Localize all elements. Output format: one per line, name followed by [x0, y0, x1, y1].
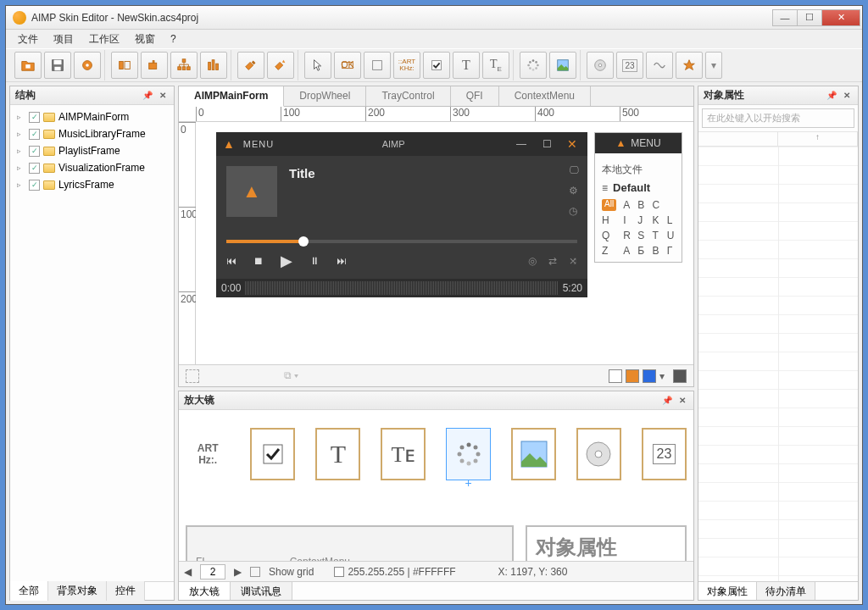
settings-button[interactable] — [74, 52, 101, 79]
close-panel-icon[interactable]: ✕ — [841, 90, 853, 102]
hierarchy-button[interactable] — [170, 52, 198, 79]
tab-dropwheel[interactable]: DropWheel — [284, 86, 366, 106]
tab-all[interactable]: 全部 — [10, 581, 48, 601]
ok-tool[interactable]: OK — [334, 52, 361, 79]
magnifier-body: ARTHz:. T Tᴇ + 23 FIContextMenu — [179, 410, 693, 561]
alpha-grid: AllABC HIJKL QRSTU ZАБВГ — [602, 199, 675, 257]
nav-next-icon[interactable]: ▶ — [234, 566, 242, 578]
tree-item[interactable]: ▹✓VisualizationFrame — [14, 159, 170, 176]
svg-rect-19 — [373, 61, 382, 70]
tree-item[interactable]: ▹✓PlaylistFrame — [14, 142, 170, 159]
structure-header: 结构 📌 ✕ — [10, 86, 174, 105]
loading-tool[interactable] — [520, 52, 547, 79]
swatch-blue[interactable] — [643, 369, 656, 383]
minimize-button[interactable]: — — [772, 9, 798, 26]
autobuild-button[interactable] — [267, 52, 294, 79]
pin-icon[interactable]: 📌 — [661, 395, 673, 407]
svg-point-39 — [457, 452, 461, 457]
properties-panel: 对象属性 📌 ✕ 在此处键入以开始搜索 ↑ 对象属性 待办清单 — [698, 86, 859, 601]
disc-tool[interactable] — [587, 52, 614, 79]
menu-window[interactable]: 视窗 — [128, 30, 162, 48]
tab-todo[interactable]: 待办清单 — [757, 582, 815, 600]
mag-arthz: ARTHz:. — [186, 428, 230, 480]
svg-point-33 — [466, 443, 470, 447]
save-button[interactable] — [44, 52, 71, 79]
tab-bgobjects[interactable]: 背景对象 — [48, 581, 107, 601]
tab-objprops[interactable]: 对象属性 — [698, 582, 757, 600]
property-grid-header[interactable]: ↑ — [698, 131, 858, 147]
player-app-name: AIMP — [282, 139, 504, 149]
menu-file[interactable]: 文件 — [11, 30, 45, 48]
swatch-white[interactable] — [609, 369, 622, 383]
player-min-icon: — — [513, 138, 530, 150]
svg-rect-16 — [216, 64, 219, 69]
text-tool[interactable]: T — [453, 52, 480, 79]
columns-button[interactable] — [200, 52, 227, 79]
selection-icon[interactable] — [186, 369, 199, 383]
nav-prev-icon[interactable]: ◀ — [184, 566, 192, 578]
tree-item[interactable]: ▹✓AIMPMainForm — [14, 108, 170, 125]
hamburger-icon: ≡ — [602, 182, 608, 194]
pin-icon[interactable]: 📌 — [142, 90, 153, 102]
svg-rect-6 — [120, 62, 124, 69]
waveform: 0:00 5:20 — [216, 279, 587, 297]
menu-project[interactable]: 项目 — [47, 30, 81, 48]
group-icon[interactable]: ⧉ ▾ — [284, 369, 298, 383]
player-controls: ⏮ ⏹ ▶ ⏸ ⏭ ◎ ⇄ ⤨ — [216, 243, 587, 279]
sort-icon[interactable]: ↑ — [778, 132, 858, 146]
build-button[interactable] — [237, 52, 264, 79]
image-tool[interactable] — [549, 52, 576, 79]
structure-tree[interactable]: ▹✓AIMPMainForm ▹✓MusicLibraryFrame ▹✓Pla… — [10, 105, 174, 581]
magnifier-status: ◀ ▶ Show grid 255.255.255 | #FFFFFF X: 1… — [179, 561, 693, 581]
svg-rect-9 — [153, 61, 154, 64]
tab-qfi[interactable]: QFI — [451, 86, 499, 106]
mag-zoom-left: FIContextMenu — [186, 525, 514, 561]
swatch-dark[interactable] — [673, 369, 687, 383]
wave-tool[interactable] — [646, 52, 673, 79]
textedit-tool[interactable]: TE — [482, 52, 509, 79]
design-canvas[interactable]: ▲ MENU AIMP — ☐ ✕ ▲ Title — [196, 122, 693, 364]
star-tool[interactable] — [676, 52, 703, 79]
close-panel-icon[interactable]: ✕ — [157, 90, 169, 102]
pointer-tool[interactable] — [304, 52, 331, 79]
mag-image — [511, 428, 556, 480]
more-tools[interactable]: ▾ — [705, 52, 722, 79]
tab-mainform[interactable]: AIMPMainForm — [179, 86, 284, 107]
checkbox-tool[interactable] — [423, 52, 450, 79]
prev-icon: ⏮ — [226, 255, 236, 267]
close-button[interactable]: ✕ — [821, 9, 860, 26]
arthz-tool[interactable]: ::ARTKHz: — [393, 52, 420, 79]
showgrid-checkbox[interactable] — [250, 567, 260, 577]
panel-tool[interactable] — [364, 52, 391, 79]
color-value: 255.255.255 | #FFFFFF — [348, 566, 455, 578]
tab-controls[interactable]: 控件 — [107, 581, 145, 601]
swatch-dropdown-icon[interactable]: ▾ — [659, 370, 665, 382]
pin-icon[interactable]: 📌 — [826, 90, 837, 102]
tree-item[interactable]: ▹✓LyricsFrame — [14, 176, 170, 193]
menu-help[interactable]: ? — [164, 31, 183, 47]
broadcast-icon: ◎ — [528, 255, 537, 267]
tree-item[interactable]: ▹✓MusicLibraryFrame — [14, 125, 170, 142]
close-panel-icon[interactable]: ✕ — [676, 395, 688, 407]
svg-point-27 — [527, 64, 530, 67]
center-column: AIMPMainForm DropWheel TrayControl QFI C… — [178, 86, 694, 601]
zoom-input[interactable] — [200, 564, 225, 580]
tab-magnifier[interactable]: 放大镜 — [179, 582, 231, 600]
maximize-button[interactable]: ☐ — [797, 9, 822, 26]
tab-debug[interactable]: 调试讯息 — [231, 582, 292, 600]
property-search[interactable]: 在此处键入以开始搜索 — [702, 108, 854, 128]
svg-point-35 — [476, 452, 480, 457]
layout2-button[interactable] — [141, 52, 168, 79]
player-close-icon: ✕ — [564, 137, 581, 151]
layout1-button[interactable] — [111, 52, 138, 79]
tab-contextmenu[interactable]: ContextMenu — [499, 86, 591, 106]
play-icon: ▶ — [281, 252, 292, 270]
svg-text:OK: OK — [341, 59, 354, 69]
mag-disc — [576, 428, 621, 480]
swatch-orange[interactable] — [626, 369, 639, 383]
tab-traycontrol[interactable]: TrayControl — [366, 86, 450, 106]
counter-tool[interactable]: 23 — [616, 52, 643, 79]
property-grid[interactable] — [698, 147, 858, 581]
menu-workspace[interactable]: 工作区 — [82, 30, 126, 48]
open-button[interactable] — [14, 52, 42, 79]
